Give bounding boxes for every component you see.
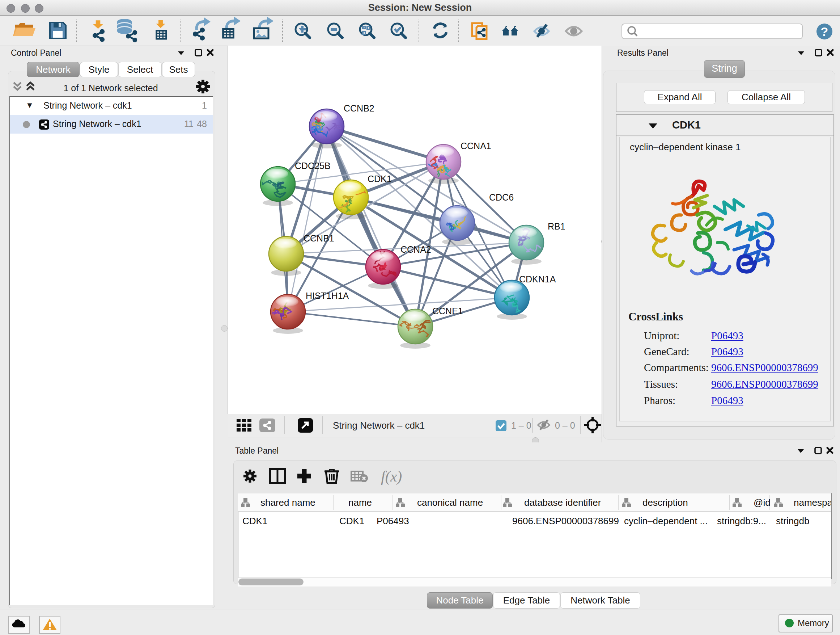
svg-text:cyclin–dependent ...: cyclin–dependent ... bbox=[624, 516, 707, 526]
svg-text:name: name bbox=[348, 497, 372, 508]
svg-text:CCNB1: CCNB1 bbox=[303, 233, 334, 243]
svg-text:database identifier: database identifier bbox=[524, 497, 601, 508]
svg-text:CCNB2: CCNB2 bbox=[344, 103, 374, 113]
svg-text:0 – 0: 0 – 0 bbox=[555, 420, 575, 431]
svg-text:CDC6: CDC6 bbox=[489, 192, 514, 203]
svg-text:P06493: P06493 bbox=[377, 516, 409, 526]
svg-text:?: ? bbox=[821, 25, 829, 38]
svg-text:shared name: shared name bbox=[261, 497, 316, 508]
svg-text:9606.ENSP00000378699: 9606.ENSP00000378699 bbox=[512, 516, 619, 526]
svg-text:CDK1: CDK1 bbox=[368, 174, 392, 184]
svg-text:String Network – cdk1: String Network – cdk1 bbox=[333, 420, 425, 431]
svg-text:description: description bbox=[643, 497, 688, 508]
svg-text:RB1: RB1 bbox=[548, 221, 565, 231]
svg-text:stringdb: stringdb bbox=[776, 516, 810, 526]
svg-text:CCNA1: CCNA1 bbox=[461, 141, 491, 151]
svg-text:@id: @id bbox=[753, 497, 771, 508]
svg-text:CDC25B: CDC25B bbox=[295, 161, 331, 171]
svg-text:CDKN1A: CDKN1A bbox=[519, 274, 556, 284]
svg-text:1 – 0: 1 – 0 bbox=[511, 420, 531, 431]
svg-text:CCNA2: CCNA2 bbox=[401, 244, 431, 255]
svg-text:HIST1H1A: HIST1H1A bbox=[306, 291, 349, 301]
svg-text:stringdb:9...: stringdb:9... bbox=[717, 516, 766, 526]
svg-text:namespac: namespac bbox=[794, 497, 831, 508]
svg-text:CCNE1: CCNE1 bbox=[432, 306, 463, 316]
svg-text:f(x): f(x) bbox=[381, 468, 402, 485]
svg-text:CDK1: CDK1 bbox=[242, 516, 267, 526]
svg-text:CDK1: CDK1 bbox=[339, 516, 364, 526]
svg-text:canonical name: canonical name bbox=[417, 497, 483, 508]
